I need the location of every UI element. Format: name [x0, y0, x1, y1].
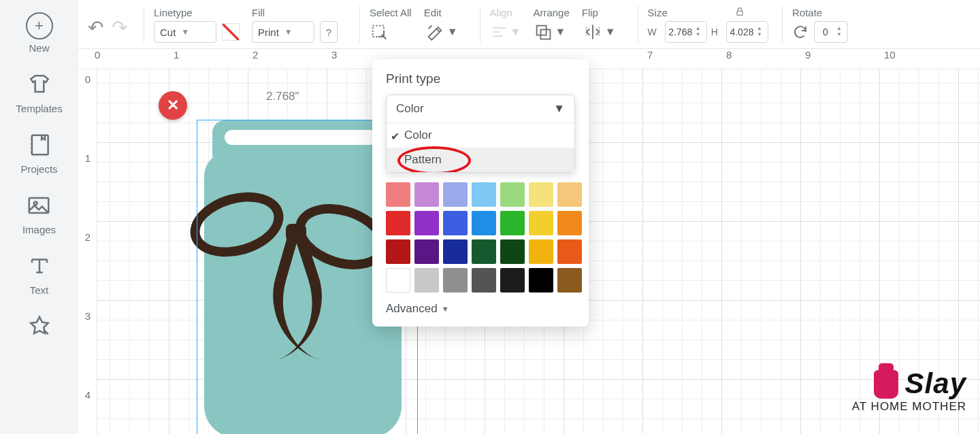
option-pattern[interactable]: Pattern [387, 148, 574, 172]
text-icon [27, 253, 52, 282]
color-swatch[interactable] [529, 182, 553, 207]
lock-aspect-icon[interactable] [734, 6, 745, 20]
linetype-color-swatch[interactable] [222, 23, 240, 41]
height-field[interactable] [727, 27, 757, 37]
color-swatch[interactable] [529, 268, 553, 293]
sidebar-item-shapes[interactable] [27, 314, 52, 342]
align-group: Align ▼ [490, 7, 521, 43]
select-all-button[interactable] [370, 21, 389, 43]
caret-down-icon: ▼ [553, 102, 565, 116]
color-swatch[interactable] [386, 211, 410, 235]
flip-button[interactable]: ▼ [582, 21, 616, 43]
color-swatch[interactable] [414, 268, 439, 293]
color-swatch[interactable] [414, 239, 439, 264]
svg-rect-6 [737, 11, 742, 15]
rotate-button[interactable] [792, 21, 808, 43]
sidebar-item-new[interactable]: + New [26, 12, 53, 54]
rotate-input[interactable]: ▲▼ [814, 21, 848, 43]
color-swatch[interactable] [386, 268, 410, 293]
color-swatch[interactable] [529, 239, 553, 264]
popover-title: Print type [386, 71, 575, 86]
color-swatch[interactable] [500, 211, 525, 235]
arrange-button[interactable]: ▼ [533, 21, 566, 43]
color-swatch[interactable] [557, 268, 582, 293]
divider [144, 6, 144, 43]
redo-button[interactable]: ↷ [112, 16, 127, 39]
divider [638, 6, 638, 43]
sidebar-label: New [29, 42, 49, 54]
sidebar-item-images[interactable]: Images [22, 193, 56, 235]
color-swatch[interactable] [414, 211, 439, 235]
linetype-value: Cut [160, 27, 176, 38]
color-swatch[interactable] [472, 268, 496, 293]
color-swatch[interactable] [557, 182, 582, 207]
arrange-label: Arrange [533, 7, 569, 18]
linetype-select[interactable]: Cut ▼ [154, 21, 216, 43]
edit-button[interactable]: ▼ [424, 21, 458, 43]
width-stepper[interactable]: ▲▼ [696, 26, 704, 38]
print-type-popover: Print type Color ▼ ✔ Color Pattern Advan… [372, 59, 589, 327]
undo-button[interactable]: ↶ [88, 16, 103, 39]
arrange-group: Arrange ▼ [533, 7, 569, 43]
height-stepper[interactable]: ▲▼ [757, 26, 765, 38]
sidebar-item-projects[interactable]: Projects [20, 132, 57, 175]
fill-select[interactable]: Print ▼ [252, 21, 314, 43]
sidebar-label: Projects [20, 163, 57, 175]
delete-selection-button[interactable]: ✕ [159, 91, 187, 120]
color-swatch[interactable] [472, 239, 496, 264]
vertical-ruler: 0 1 2 3 4 [78, 69, 97, 434]
color-swatch[interactable] [443, 268, 468, 293]
rotate-stepper[interactable]: ▲▼ [836, 26, 845, 38]
color-swatch[interactable] [443, 211, 468, 235]
sidebar-label: Templates [16, 103, 62, 114]
print-type-dropdown: Color ▼ ✔ Color Pattern [386, 95, 575, 173]
color-swatch[interactable] [443, 182, 468, 207]
sidebar-label: Images [22, 224, 56, 235]
rotate-field[interactable] [815, 27, 836, 37]
divider [782, 6, 783, 43]
caret-down-icon: ▼ [605, 26, 616, 38]
image-icon [26, 193, 52, 221]
fill-value: Print [258, 27, 279, 38]
select-all-group: Select All [370, 7, 412, 43]
rotate-label: Rotate [792, 7, 848, 18]
color-swatch[interactable] [500, 182, 525, 207]
jar-lid-opening [225, 130, 377, 145]
fill-group: Fill Print ▼ ? [252, 7, 338, 43]
color-swatch[interactable] [557, 239, 582, 264]
color-swatch[interactable] [500, 239, 525, 264]
bow-knot [286, 224, 306, 241]
dropdown-selected[interactable]: Color ▼ [387, 95, 574, 123]
color-swatch[interactable] [529, 211, 553, 235]
caret-down-icon: ▼ [555, 26, 566, 38]
size-group: Size W ▲▼ [648, 7, 707, 43]
linetype-group: Linetype Cut ▼ [154, 7, 240, 43]
color-swatch[interactable] [472, 182, 496, 207]
plus-icon: + [26, 12, 53, 39]
color-swatch[interactable] [472, 211, 496, 235]
size-label: Size [648, 7, 707, 18]
sidebar-item-text[interactable]: Text [27, 253, 52, 296]
color-swatch[interactable] [557, 211, 582, 235]
star-icon [27, 314, 52, 342]
height-input[interactable]: ▲▼ [726, 21, 768, 43]
flip-label: Flip [582, 7, 616, 18]
color-swatch[interactable] [500, 268, 525, 293]
width-input[interactable]: ▲▼ [665, 21, 707, 43]
option-color[interactable]: ✔ Color [387, 123, 574, 148]
edit-group: Edit ▼ [424, 7, 458, 43]
fill-label: Fill [252, 7, 338, 18]
fill-help-button[interactable]: ? [320, 21, 338, 43]
width-field[interactable] [666, 27, 696, 37]
advanced-toggle[interactable]: Advanced ▼ [386, 302, 575, 316]
sidebar-item-templates[interactable]: Templates [16, 71, 62, 114]
color-swatch[interactable] [386, 239, 410, 264]
color-swatch[interactable] [443, 239, 468, 264]
checkmark-icon: ✔ [391, 130, 399, 143]
height-label: H [711, 27, 718, 37]
flip-group: Flip ▼ [582, 7, 616, 43]
watermark-logo: Slay AT HOME MOTHER [852, 363, 966, 414]
color-swatch[interactable] [386, 182, 410, 207]
select-all-label: Select All [370, 7, 412, 18]
color-swatch[interactable] [414, 182, 439, 207]
